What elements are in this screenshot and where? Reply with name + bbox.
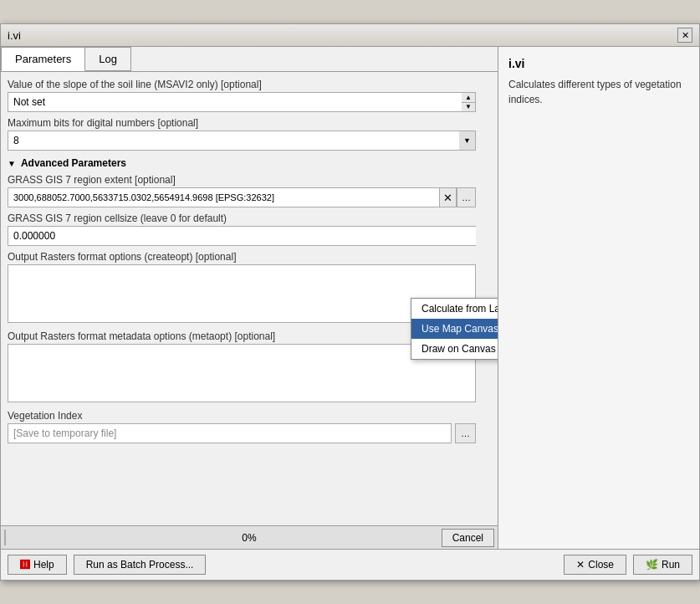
grass-cellsize-input[interactable] <box>8 226 476 246</box>
window-title: i.vi <box>8 29 21 42</box>
progress-bar-container: 0% Cancel <box>1 525 498 549</box>
progress-bar-text: 0% <box>1 532 498 544</box>
tabs-bar: Parameters Log <box>1 47 498 72</box>
vegetation-input[interactable] <box>8 423 452 443</box>
right-panel-title: i.vi <box>508 57 689 70</box>
context-menu: Calculate from Layer ▶ Use Map Canvas Ex… <box>411 298 498 360</box>
help-button[interactable]: 🅷 Help <box>8 555 67 575</box>
vegetation-label: Vegetation Index <box>8 410 476 422</box>
section-collapse-icon[interactable]: ▼ <box>8 159 16 168</box>
soil-slope-group: Value of the slope of the soil line (MSA… <box>8 79 476 112</box>
max-bits-label: Maximum bits for digital numbers [option… <box>8 117 476 129</box>
grass-extent-group: GRASS GIS 7 region extent [optional] ✕ … <box>8 174 476 207</box>
cancel-button[interactable]: Cancel <box>442 529 494 547</box>
right-panel-description: Calculates different types of vegetation… <box>508 77 689 107</box>
help-icon: 🅷 <box>20 559 30 571</box>
close-window-button[interactable]: ✕ <box>677 28 692 43</box>
close-icon: ✕ <box>576 559 585 571</box>
grass-cellsize-label: GRASS GIS 7 region cellsize (leave 0 for… <box>8 212 476 224</box>
grass-extent-input[interactable] <box>8 187 439 207</box>
tab-log[interactable]: Log <box>84 47 131 71</box>
right-panel: i.vi Calculates different types of veget… <box>498 47 699 549</box>
clear-extent-button[interactable]: ✕ <box>439 187 457 207</box>
advanced-section-header: ▼ Advanced Parameters <box>8 157 476 169</box>
main-window: i.vi ✕ Parameters Log Value of the slope <box>0 23 700 581</box>
max-bits-select[interactable]: 8 <box>8 131 476 151</box>
main-content: Parameters Log Value of the slope of the… <box>1 47 699 549</box>
advanced-section-label: Advanced Parameters <box>21 157 126 169</box>
vegetation-browse-button[interactable]: … <box>455 423 476 443</box>
output-rasters-group: Output Rasters format options (createopt… <box>8 251 476 325</box>
tab-parameters[interactable]: Parameters <box>1 47 85 71</box>
soil-slope-label: Value of the slope of the soil line (MSA… <box>8 79 476 90</box>
output-metadata-textarea[interactable] <box>8 344 476 402</box>
context-menu-item-draw-canvas[interactable]: Draw on Canvas <box>411 339 498 359</box>
context-menu-item-calculate[interactable]: Calculate from Layer ▶ <box>411 299 498 319</box>
vegetation-group: Vegetation Index … <box>8 410 476 443</box>
output-metadata-group: Output Rasters format metadata options (… <box>8 330 476 405</box>
output-rasters-textarea[interactable] <box>8 264 476 323</box>
context-menu-item-map-canvas[interactable]: Use Map Canvas Extent <box>411 319 498 339</box>
grass-extent-label: GRASS GIS 7 region extent [optional] <box>8 174 476 186</box>
left-panel: Parameters Log Value of the slope of the… <box>1 47 498 549</box>
run-icon: 🌿 <box>646 559 658 571</box>
title-bar: i.vi ✕ <box>1 24 699 47</box>
soil-slope-input[interactable] <box>8 92 462 112</box>
bottom-bar: 🅷 Help Run as Batch Process... ✕ Close 🌿… <box>1 549 699 580</box>
output-rasters-label: Output Rasters format options (createopt… <box>8 251 476 263</box>
spin-down[interactable]: ▼ <box>462 103 475 112</box>
grass-cellsize-group: GRASS GIS 7 region cellsize (leave 0 for… <box>8 212 476 246</box>
max-bits-group: Maximum bits for digital numbers [option… <box>8 117 476 151</box>
batch-process-button[interactable]: Run as Batch Process... <box>74 555 207 575</box>
extent-menu-button[interactable]: … <box>457 187 476 207</box>
spin-up[interactable]: ▲ <box>462 93 475 103</box>
close-button[interactable]: ✕ Close <box>564 555 626 575</box>
scroll-area[interactable]: Value of the slope of the soil line (MSA… <box>1 72 498 525</box>
run-button[interactable]: 🌿 Run <box>633 555 692 575</box>
soil-slope-spinner: ▲ ▼ <box>462 92 476 112</box>
output-metadata-label: Output Rasters format metadata options (… <box>8 330 476 342</box>
